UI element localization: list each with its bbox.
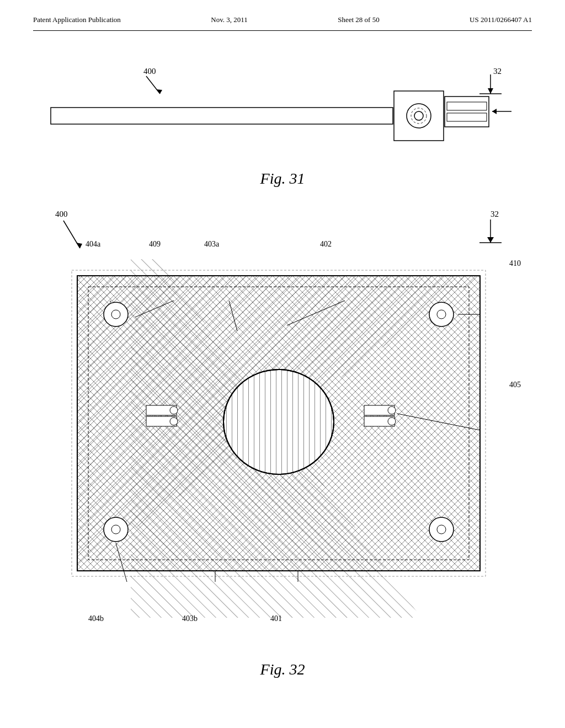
svg-point-8 bbox=[414, 111, 423, 120]
label-403a: 403a bbox=[204, 240, 219, 249]
header-publication: Patent Application Publication bbox=[33, 15, 121, 24]
svg-marker-18 bbox=[487, 237, 494, 243]
svg-point-40 bbox=[104, 302, 128, 326]
svg-rect-11 bbox=[447, 102, 487, 110]
page-header: Patent Application Publication Nov. 3, 2… bbox=[33, 15, 532, 24]
label-402: 402 bbox=[320, 240, 332, 249]
svg-point-44 bbox=[104, 517, 128, 542]
svg-point-9 bbox=[411, 108, 427, 124]
svg-rect-6 bbox=[394, 91, 444, 141]
fig32-diagram bbox=[44, 259, 524, 618]
arrow-32-fig32 bbox=[468, 210, 513, 254]
header-patent-number: US 2011/0266407 A1 bbox=[470, 15, 532, 24]
header-sheet: Sheet 28 of 50 bbox=[338, 15, 379, 24]
svg-point-55 bbox=[388, 417, 396, 425]
fig32-label: Fig. 32 bbox=[260, 661, 305, 678]
fig31-label: Fig. 31 bbox=[260, 170, 305, 188]
svg-point-7 bbox=[407, 104, 431, 128]
fig31-diagram bbox=[33, 83, 532, 154]
svg-marker-14 bbox=[492, 109, 497, 114]
label-409: 409 bbox=[149, 240, 161, 249]
svg-rect-5 bbox=[51, 108, 393, 124]
fig32-area: 400 32 409 403a 402 404a 410 405 404b 40… bbox=[33, 210, 532, 678]
header-divider bbox=[33, 30, 532, 31]
svg-rect-12 bbox=[447, 113, 487, 121]
label-404a: 404a bbox=[86, 240, 100, 249]
svg-point-54 bbox=[388, 406, 396, 414]
header-date: Nov. 3, 2011 bbox=[211, 15, 248, 24]
fig31-area: 400 32 Fig. 31 bbox=[33, 66, 532, 193]
svg-point-51 bbox=[170, 417, 178, 425]
svg-point-46 bbox=[429, 517, 454, 542]
svg-point-50 bbox=[170, 406, 178, 414]
svg-rect-10 bbox=[445, 97, 489, 127]
svg-point-42 bbox=[429, 302, 454, 326]
